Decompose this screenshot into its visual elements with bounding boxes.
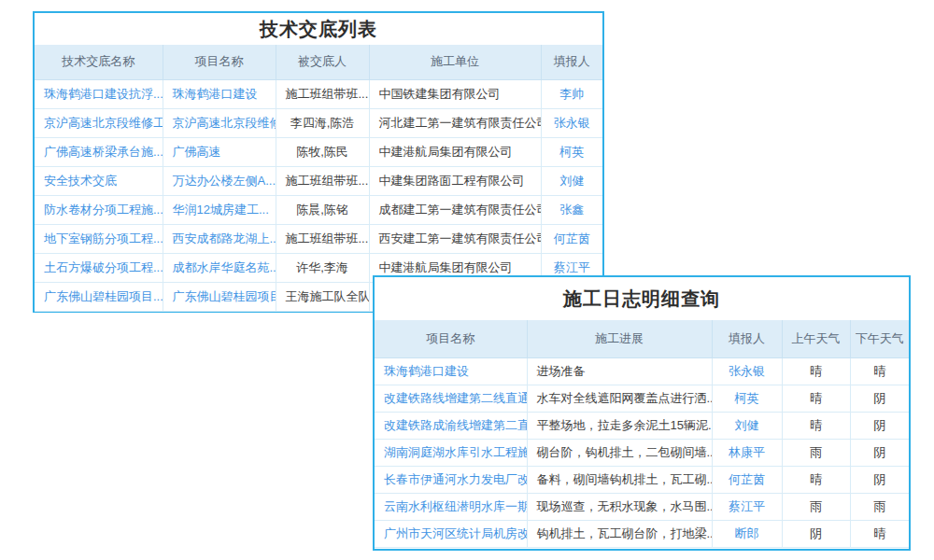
tech-disclosure-panel: 技术交底列表 技术交底名称 项目名称 被交底人 施工单位 填报人 珠海鹤港口建设… — [33, 11, 604, 313]
header-row: 项目名称 施工进展 填报人 上午天气 下午天气 — [375, 320, 909, 357]
cell-project-name[interactable]: 万达办公楼左侧A... — [163, 166, 276, 195]
cell-afternoon-weather: 阴 — [850, 385, 909, 412]
cell-afternoon-weather: 阴 — [850, 412, 909, 439]
cell-project-name[interactable]: 云南水利枢纽潜明水库一期工程 — [375, 493, 527, 520]
cell-project-name[interactable]: 湖南洞庭湖水库引水工程施工标段 — [375, 439, 527, 466]
column-header-project-name: 项目名称 — [163, 45, 276, 79]
cell-disclosure-name[interactable]: 土石方爆破分项工程... — [35, 253, 163, 282]
cell-project-name[interactable]: 珠海鹤港口建设 — [375, 357, 527, 385]
column-header-afternoon-weather: 下午天气 — [850, 320, 909, 357]
cell-disclosure-name[interactable]: 广东佛山碧桂园项目... — [35, 282, 163, 311]
cell-afternoon-weather: 阴 — [850, 466, 909, 493]
cell-project-name[interactable]: 改建铁路线增建第二线直通线 — [375, 385, 527, 412]
cell-reporter[interactable]: 刘健 — [541, 166, 602, 195]
cell-disclosed-person: 陈牧,陈民 — [276, 137, 369, 166]
construction-log-panel: 施工日志明细查询 项目名称 施工进展 填报人 上午天气 下午天气 珠海鹤港口建设… — [373, 275, 911, 551]
cell-reporter[interactable]: 断郎 — [712, 520, 782, 547]
table-row: 广佛高速桥梁承台施... 广佛高速 陈牧,陈民 中建港航局集团有限公司 柯英 — [35, 137, 602, 166]
cell-progress: 平整场地，拉走多余泥土15辆泥... — [527, 412, 712, 439]
cell-morning-weather: 晴 — [782, 385, 850, 412]
cell-reporter[interactable]: 李帅 — [541, 79, 602, 108]
tech-disclosure-title: 技术交底列表 — [35, 13, 602, 45]
cell-progress: 水车对全线遮阳网覆盖点进行洒... — [527, 385, 712, 412]
cell-morning-weather: 阴 — [782, 520, 850, 547]
cell-disclosure-name[interactable]: 地下室钢筋分项工程... — [35, 224, 163, 253]
cell-disclosed-person: 李四海,陈浩 — [276, 108, 369, 137]
table-row: 地下室钢筋分项工程... 西安成都路龙湖上... 施工班组带班... 西安建工第… — [35, 224, 602, 253]
cell-disclosed-person: 许华,李海 — [276, 253, 369, 282]
table-row: 云南水利枢纽潜明水库一期工程 现场巡查，无积水现象，水马围... 蔡江平 雨 雨 — [375, 493, 909, 520]
table-row: 广州市天河区统计局机房改造项目 钩机排土，瓦工砌台阶，打地梁... 断郎 阴 晴 — [375, 520, 909, 547]
cell-reporter[interactable]: 柯英 — [541, 137, 602, 166]
cell-disclosed-person: 陈晨,陈铭 — [276, 195, 369, 224]
cell-construction-unit: 中国铁建集团有限公司 — [369, 79, 541, 108]
table-row: 安全技术交底 万达办公楼左侧A... 施工班组带班... 中建集团路面工程有限公… — [35, 166, 602, 195]
cell-project-name[interactable]: 改建铁路成渝线增建第二直通线 — [375, 412, 527, 439]
table-row: 长春市伊通河水力发电厂改建工程 备料，砌间墙钩机排土，瓦工砌... 何芷茵 晴 … — [375, 466, 909, 493]
cell-reporter[interactable]: 林康平 — [712, 439, 782, 466]
cell-project-name[interactable]: 珠海鹤港口建设 — [163, 79, 276, 108]
cell-disclosure-name[interactable]: 广佛高速桥梁承台施... — [35, 137, 163, 166]
cell-reporter[interactable]: 刘健 — [712, 412, 782, 439]
cell-progress: 备料，砌间墙钩机排土，瓦工砌... — [527, 466, 712, 493]
cell-morning-weather: 晴 — [782, 357, 850, 385]
cell-reporter[interactable]: 张永银 — [541, 108, 602, 137]
cell-disclosed-person: 施工班组带班... — [276, 79, 369, 108]
table-row: 防水卷材分项工程施... 华润12城房建工... 陈晨,陈铭 成都建工第一建筑有… — [35, 195, 602, 224]
column-header-project-name: 项目名称 — [375, 320, 527, 357]
cell-reporter[interactable]: 蔡江平 — [712, 493, 782, 520]
cell-disclosed-person: 王海施工队全队 — [276, 282, 369, 311]
cell-project-name[interactable]: 广佛高速 — [163, 137, 276, 166]
table-row: 珠海鹤港口建设 进场准备 张永银 晴 晴 — [375, 357, 909, 385]
cell-reporter[interactable]: 张永银 — [712, 357, 782, 385]
cell-afternoon-weather: 雨 — [850, 493, 909, 520]
column-header-reporter: 填报人 — [541, 45, 602, 79]
cell-afternoon-weather: 阴 — [850, 439, 909, 466]
tech-disclosure-table: 技术交底名称 项目名称 被交底人 施工单位 填报人 珠海鹤港口建设抗浮... 珠… — [35, 45, 602, 312]
cell-morning-weather: 雨 — [782, 493, 850, 520]
cell-morning-weather: 晴 — [782, 412, 850, 439]
cell-project-name[interactable]: 华润12城房建工... — [163, 195, 276, 224]
cell-progress: 进场准备 — [527, 357, 712, 385]
cell-reporter[interactable]: 张鑫 — [541, 195, 602, 224]
construction-log-table: 项目名称 施工进展 填报人 上午天气 下午天气 珠海鹤港口建设 进场准备 张永银… — [375, 320, 909, 548]
cell-reporter[interactable]: 何芷茵 — [541, 224, 602, 253]
column-header-reporter: 填报人 — [712, 320, 782, 357]
cell-project-name[interactable]: 广州市天河区统计局机房改造项目 — [375, 520, 527, 547]
cell-disclosed-person: 施工班组带班... — [276, 224, 369, 253]
cell-reporter[interactable]: 何芷茵 — [712, 466, 782, 493]
cell-construction-unit: 中建集团路面工程有限公司 — [369, 166, 541, 195]
cell-disclosure-name[interactable]: 京沪高速北京段维修工程 — [35, 108, 163, 137]
column-header-disclosure-name: 技术交底名称 — [35, 45, 163, 79]
cell-afternoon-weather: 晴 — [850, 520, 909, 547]
header-row: 技术交底名称 项目名称 被交底人 施工单位 填报人 — [35, 45, 602, 79]
cell-afternoon-weather: 晴 — [850, 357, 909, 385]
column-header-construction-unit: 施工单位 — [369, 45, 541, 79]
cell-project-name[interactable]: 成都水岸华庭名苑... — [163, 253, 276, 282]
cell-progress: 砌台阶，钩机排土，二包砌间墙... — [527, 439, 712, 466]
cell-construction-unit: 中建港航局集团有限公司 — [369, 137, 541, 166]
cell-morning-weather: 晴 — [782, 466, 850, 493]
cell-disclosure-name[interactable]: 防水卷材分项工程施... — [35, 195, 163, 224]
table-row: 珠海鹤港口建设抗浮... 珠海鹤港口建设 施工班组带班... 中国铁建集团有限公… — [35, 79, 602, 108]
table-row: 改建铁路成渝线增建第二直通线 平整场地，拉走多余泥土15辆泥... 刘健 晴 阴 — [375, 412, 909, 439]
column-header-disclosed-person: 被交底人 — [276, 45, 369, 79]
construction-log-title: 施工日志明细查询 — [375, 277, 909, 320]
column-header-morning-weather: 上午天气 — [782, 320, 850, 357]
cell-disclosed-person: 施工班组带班... — [276, 166, 369, 195]
cell-project-name[interactable]: 京沪高速北京段维修 — [163, 108, 276, 137]
cell-disclosure-name[interactable]: 珠海鹤港口建设抗浮... — [35, 79, 163, 108]
cell-disclosure-name[interactable]: 安全技术交底 — [35, 166, 163, 195]
cell-construction-unit: 河北建工第一建筑有限责任公司 — [369, 108, 541, 137]
cell-project-name[interactable]: 长春市伊通河水力发电厂改建工程 — [375, 466, 527, 493]
cell-project-name[interactable]: 西安成都路龙湖上... — [163, 224, 276, 253]
cell-progress: 钩机排土，瓦工砌台阶，打地梁... — [527, 520, 712, 547]
table-row: 改建铁路线增建第二线直通线 水车对全线遮阳网覆盖点进行洒... 柯英 晴 阴 — [375, 385, 909, 412]
page: { "colors": { "panel_border": "#2fb0e8",… — [0, 0, 934, 560]
cell-reporter[interactable]: 柯英 — [712, 385, 782, 412]
table-row: 京沪高速北京段维修工程 京沪高速北京段维修 李四海,陈浩 河北建工第一建筑有限责… — [35, 108, 602, 137]
cell-project-name[interactable]: 广东佛山碧桂园项目 — [163, 282, 276, 311]
cell-construction-unit: 成都建工第一建筑有限责任公司 — [369, 195, 541, 224]
column-header-progress: 施工进展 — [527, 320, 712, 357]
table-row: 湖南洞庭湖水库引水工程施工标段 砌台阶，钩机排土，二包砌间墙... 林康平 雨 … — [375, 439, 909, 466]
